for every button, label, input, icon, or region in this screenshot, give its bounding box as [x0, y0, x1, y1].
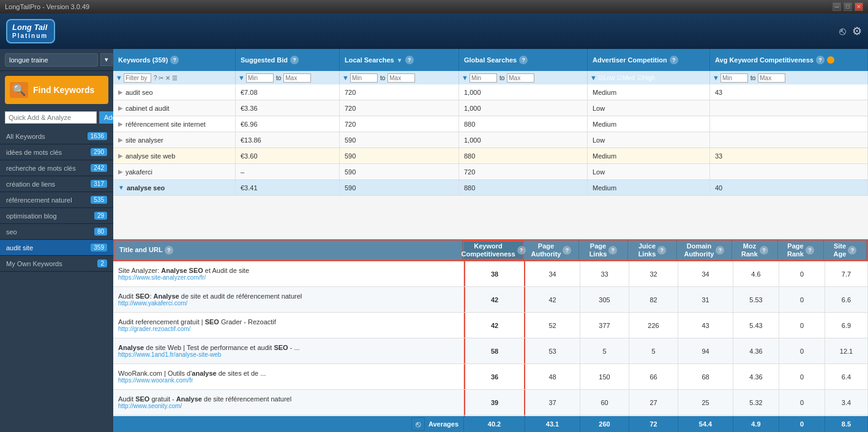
col-header-keywords: Keywords (359) ? — [113, 49, 236, 71]
sh-juicelinks-label: JuiceLinks — [638, 242, 656, 258]
cell-global: 1,000 — [459, 84, 588, 100]
sidebar-item-referencement[interactable]: référencement naturel 535 — [0, 192, 113, 208]
sort-icon-local[interactable]: ▼ — [397, 57, 403, 64]
quick-add-input[interactable] — [5, 111, 97, 124]
sidebar-item-count: 317 — [91, 180, 107, 188]
filter-bid-max[interactable] — [283, 73, 311, 83]
cell-global: 720 — [459, 164, 588, 179]
table-row[interactable]: ▶site analyser €13.86 590 1,000 Low — [113, 132, 868, 148]
sd-juicelinks: 32 — [629, 261, 678, 286]
filter-to-local: to — [380, 75, 385, 81]
orange-indicator — [827, 56, 834, 64]
sd-domainauth: 43 — [678, 313, 733, 338]
logo-line1: Long Tail — [12, 23, 49, 32]
export-toolbar-icon[interactable]: ⎋ — [839, 25, 846, 38]
minimize-button[interactable]: ─ — [832, 2, 841, 11]
sd-pagelinks: 377 — [580, 313, 629, 338]
table-row[interactable]: ▼analyse seo €3.41 590 880 Medium 40 — [113, 180, 868, 196]
help-icon-mozrank[interactable]: ? — [760, 246, 768, 255]
filter-bid-min[interactable] — [246, 73, 274, 83]
help-icon-keywords[interactable]: ? — [170, 56, 179, 64]
sd-pagerank: 0 — [779, 390, 825, 415]
sd-pageauth: 37 — [525, 390, 580, 415]
subtable-body: Site Analyzer: Analyse SEO et Audit de s… — [113, 261, 868, 416]
filter-global-min[interactable] — [470, 73, 497, 83]
adv-high-check: ☑High — [637, 75, 656, 81]
sidebar-item-creation[interactable]: création de liens 317 — [0, 176, 113, 192]
subtable-row[interactable]: Site Analyzer: Analyse SEO et Audit de s… — [113, 261, 868, 287]
filter-avgkw-min[interactable] — [720, 73, 748, 83]
sd-pageauth: 34 — [525, 261, 580, 286]
table-row[interactable]: ▶cabinet d audit €3.36 720 1,000 Low — [113, 100, 868, 116]
sd-kwcomp: 39 — [464, 390, 525, 415]
subtable-row[interactable]: Audit SEO: Analyse de site et audit de r… — [113, 287, 868, 313]
av-export-btn[interactable]: ⎋ Averages — [113, 416, 464, 432]
help-icon-avgkw[interactable]: ? — [816, 56, 825, 64]
cell-adv: Medium — [588, 84, 710, 100]
sh-mozrank-label: MozRank — [741, 242, 758, 258]
sd-siteage: 12.1 — [825, 338, 868, 363]
sh-title-label: Title and URL — [119, 246, 163, 254]
main-content: Keywords (359) ? Suggested Bid ? Local S… — [113, 49, 868, 432]
table-row[interactable]: ▶référencement site internet €6.96 720 8… — [113, 116, 868, 132]
sidebar-item-recherche[interactable]: recherche de mots clés 242 — [0, 160, 113, 176]
app-logo: Long Tail Platinum — [6, 19, 55, 43]
filter-local-max[interactable] — [387, 73, 415, 83]
subtable-row[interactable]: Audit SEO gratuit - Analyse de site réfé… — [113, 390, 868, 415]
sidebar-item-optimisation[interactable]: optimisation blog 29 — [0, 208, 113, 224]
title-bar: LongTailPro - Version 3.0.49 ─ □ ✕ — [0, 0, 868, 13]
sidebar-item-label: audit site — [6, 244, 33, 251]
site-url: https://www.1and1.fr/analyse-site-web — [118, 351, 221, 358]
keyword-group-search[interactable] — [5, 53, 98, 67]
sidebar-item-count: 359 — [91, 244, 107, 251]
help-icon-global[interactable]: ? — [519, 56, 528, 64]
find-keywords-button[interactable]: 🔍 Find Keywords — [5, 76, 108, 104]
sidebar-item-all-keywords[interactable]: All Keywords 1636 — [0, 128, 113, 144]
help-icon-domainauth[interactable]: ? — [716, 246, 724, 255]
help-icon-bid[interactable]: ? — [290, 56, 299, 64]
sidebar-item-count: 29 — [94, 212, 107, 220]
help-icon-pagerank[interactable]: ? — [806, 246, 814, 255]
filter-cell-bid: ▼ to — [236, 71, 340, 84]
sd-mozrank: 4.36 — [733, 338, 779, 363]
help-icon-local[interactable]: ? — [405, 56, 414, 64]
cell-avgkw — [710, 164, 868, 179]
filter-global-max[interactable] — [507, 73, 534, 83]
help-icon-pagelinks[interactable]: ? — [608, 246, 617, 255]
sd-pagelinks: 60 — [580, 390, 629, 415]
help-icon-title[interactable]: ? — [165, 246, 173, 255]
filter-icon-global: ▼ — [462, 74, 468, 81]
subtable-row[interactable]: WooRank.com | Outils d'analyse de sites … — [113, 364, 868, 390]
sidebar-item-count: 1636 — [88, 132, 107, 140]
filter-icon-bid: ▼ — [238, 74, 245, 81]
table-row[interactable]: ▶analyse site web €3.60 590 880 Medium 3… — [113, 148, 868, 164]
subtable-row[interactable]: Audit referencement gratuit | SEO Grader… — [113, 313, 868, 338]
sidebar-item-audit-site[interactable]: audit site 359 — [0, 240, 113, 256]
close-button[interactable]: ✕ — [855, 2, 863, 11]
help-icon-siteage[interactable]: ? — [848, 246, 856, 255]
maximize-button[interactable]: □ — [844, 2, 852, 11]
sidebar-item-idees[interactable]: idées de mots clés 290 — [0, 144, 113, 160]
sd-mozrank: 4.6 — [733, 261, 779, 286]
sh-domain-auth: DomainAuthority ? — [677, 240, 732, 260]
subtable-row[interactable]: Analyse de site Web | Test de performanc… — [113, 338, 868, 364]
filter-avgkw-max[interactable] — [758, 73, 785, 83]
table-row[interactable]: ▶yakaferci – 590 720 Low — [113, 164, 868, 180]
sh-pagelinks-label: PageLinks — [589, 242, 607, 258]
filter-cell-local: ▼ to — [340, 71, 459, 84]
keyword-group-dropdown[interactable]: ▾ — [100, 53, 113, 66]
sidebar-item-own-keywords[interactable]: My Own Keywords 2 — [0, 256, 113, 272]
table-row[interactable]: ▶audit seo €7.08 720 1,000 Medium 43 — [113, 84, 868, 100]
export-button[interactable]: ⎋ — [411, 417, 425, 431]
sidebar-item-seo[interactable]: seo 80 — [0, 224, 113, 240]
filter-keyword-input[interactable] — [124, 73, 151, 83]
help-icon-adv[interactable]: ? — [670, 56, 678, 64]
cell-local: 720 — [340, 116, 459, 132]
sd-domainauth: 68 — [678, 364, 733, 389]
filter-local-min[interactable] — [350, 73, 378, 83]
settings-toolbar-icon[interactable]: ⚙ — [852, 24, 862, 38]
help-icon-pageauth[interactable]: ? — [563, 246, 571, 255]
filter-to-bid: to — [276, 75, 281, 81]
sd-kwcomp: 36 — [464, 364, 525, 389]
help-icon-juicelinks[interactable]: ? — [657, 246, 666, 255]
